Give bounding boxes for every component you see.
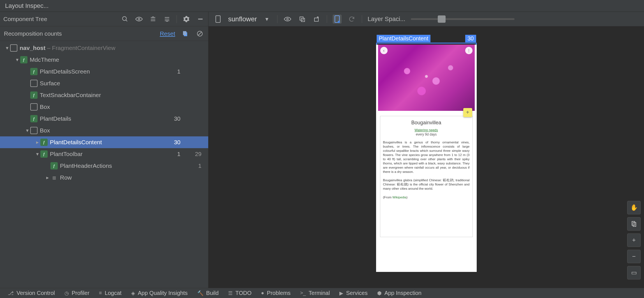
bottom-tab-build[interactable]: 🔨Build: [197, 290, 219, 296]
svg-line-1: [126, 20, 127, 21]
wikipedia-link[interactable]: Wikipedia: [392, 196, 406, 199]
bottom-tab-problems[interactable]: ●Problems: [261, 290, 290, 296]
preview-eye-icon[interactable]: [283, 15, 292, 24]
slider-label: Layer Spaci...: [368, 15, 406, 23]
svg-marker-10: [166, 21, 168, 22]
svg-rect-16: [216, 16, 220, 22]
zoom-out-icon[interactable]: −: [627, 250, 641, 263]
pan-tool-icon[interactable]: ✋: [627, 201, 641, 214]
recomp-count: [168, 162, 180, 169]
tree-row-PlantDetailsScreen[interactable]: ƒPlantDetailsScreen1: [0, 66, 208, 77]
chevron-icon[interactable]: ▾: [4, 45, 10, 51]
skip-count: 1: [189, 162, 201, 169]
plant-desc-2: Bougainvillea glabra (simplified Chinese…: [383, 178, 470, 191]
tree-node-label: Row: [60, 174, 168, 181]
tree-row-nav_host[interactable]: ▾nav_host – FragmentContainerView: [0, 42, 208, 54]
chevron-icon[interactable]: ▸: [44, 175, 50, 181]
minimize-icon[interactable]: [196, 15, 205, 24]
zoom-in-icon[interactable]: +: [627, 233, 641, 247]
device-icon[interactable]: [214, 15, 223, 24]
panel-title: Component Tree: [3, 16, 47, 22]
tree-row-PlantDetails[interactable]: ƒPlantDetails30: [0, 113, 208, 125]
chevron-icon[interactable]: ▾: [14, 57, 20, 63]
bottom-toolbar: ⎇Version Control◷Profiler≡Logcat◈App Qua…: [0, 288, 644, 298]
layer-spacing-slider[interactable]: [411, 18, 515, 20]
tree-row-PlantDetailsContent[interactable]: ▸ƒPlantDetailsContent30: [0, 136, 208, 148]
tree-row-Row[interactable]: ▸▥Row: [0, 172, 208, 184]
tree-row-MdcTheme[interactable]: ▾ƒMdcTheme: [0, 54, 208, 66]
bug-icon: ⬢: [377, 290, 382, 296]
recomposition-header: Recomposition counts Reset: [0, 26, 208, 41]
tree-row-PlantHeaderActions[interactable]: ƒPlantHeaderActions1: [0, 160, 208, 172]
preview-area[interactable]: PlantDetailsContent 30 ‹ ⋮ + Bougainvill…: [209, 26, 644, 288]
back-button[interactable]: ‹: [380, 47, 388, 54]
component-tree-header: Component Tree: [0, 12, 208, 26]
preview-float-tools: ✋ + − ▭: [627, 201, 641, 279]
chevron-down-icon[interactable]: ▾: [263, 15, 272, 24]
bottom-tab-app-quality-insights[interactable]: ◈App Quality Insights: [131, 290, 188, 296]
list-icon: ☰: [228, 290, 233, 296]
tree-row-Surface[interactable]: Surface: [0, 77, 208, 89]
bottom-tab-terminal[interactable]: >_Terminal: [300, 290, 330, 296]
chevron-icon[interactable]: ▸: [34, 139, 40, 145]
column-icon: ▥: [50, 174, 58, 181]
selection-label: PlantDetailsContent: [377, 35, 431, 42]
chevron-icon[interactable]: ▾: [24, 127, 30, 134]
title-text: Layout Inspec...: [5, 2, 48, 10]
device-frame: ‹ ⋮ + Bougainvillea Watering needs every…: [376, 45, 477, 272]
plant-detail-card: Bougainvillea Watering needs every 9d da…: [380, 116, 473, 237]
zoom-fit-icon[interactable]: ▭: [627, 266, 641, 279]
process-name[interactable]: sunflower: [228, 15, 257, 23]
skip-count: [189, 139, 201, 146]
compose-icon: ƒ: [30, 115, 38, 122]
add-fab[interactable]: +: [463, 108, 472, 117]
chevron-icon[interactable]: ▾: [34, 151, 40, 157]
skip-count: 29: [189, 151, 201, 157]
bottom-tab-label: Build: [206, 290, 219, 296]
svg-point-17: [287, 18, 288, 20]
bottom-tab-version-control[interactable]: ⎇Version Control: [8, 290, 55, 296]
export-icon[interactable]: [312, 15, 321, 24]
warn-icon: ●: [261, 290, 264, 296]
bottom-tab-todo[interactable]: ☰TODO: [228, 290, 251, 296]
tree-row-PlantToolbar[interactable]: ▾ƒPlantToolbar129: [0, 148, 208, 160]
live-updates-icon[interactable]: [333, 15, 342, 24]
branch-icon: ⎇: [8, 290, 14, 296]
bottom-tab-services[interactable]: ▶Services: [339, 290, 368, 296]
svg-point-0: [122, 17, 126, 20]
eye-icon[interactable]: [135, 15, 143, 24]
component-tree[interactable]: ▾nav_host – FragmentContainerView▾ƒMdcTh…: [0, 41, 208, 288]
skip-count: [189, 115, 201, 122]
compose-icon: ƒ: [30, 91, 38, 99]
bottom-tab-logcat[interactable]: ≡Logcat: [99, 290, 122, 296]
filter-expand-icon[interactable]: [149, 15, 157, 24]
recomp-count: 1: [168, 68, 180, 75]
compose-icon: ƒ: [20, 56, 27, 63]
bottom-tab-label: Logcat: [105, 290, 122, 296]
svg-rect-7: [165, 17, 169, 18]
disable-icon[interactable]: [195, 29, 204, 38]
refresh-icon[interactable]: [347, 15, 356, 24]
svg-line-15: [198, 32, 201, 35]
search-icon[interactable]: [121, 15, 129, 24]
overlay-icon[interactable]: [298, 15, 307, 24]
svg-rect-8: [165, 19, 169, 19]
slider-thumb[interactable]: [438, 15, 446, 23]
bottom-tab-label: Problems: [267, 290, 290, 296]
tree-row-TextSnackbarContainer[interactable]: ƒTextSnackbarContainer: [0, 89, 208, 101]
preview-panel: sunflower ▾ Layer Spaci... PlantDetailsC…: [209, 12, 644, 288]
layers-tool-icon[interactable]: [627, 217, 641, 231]
bottom-tab-profiler[interactable]: ◷Profiler: [64, 290, 89, 296]
filter-collapse-icon[interactable]: [163, 15, 172, 24]
gear-icon[interactable]: [182, 15, 191, 24]
copy-icon[interactable]: [181, 29, 190, 38]
gauge-icon: ◷: [64, 290, 69, 296]
plant-image: ‹ ⋮: [378, 45, 475, 111]
tree-row-Box[interactable]: ▾Box: [0, 125, 208, 136]
tree-node-label: Surface: [40, 80, 168, 87]
tree-node-label: Box: [40, 127, 168, 134]
bottom-tab-app-inspection[interactable]: ⬢App Inspection: [377, 290, 421, 296]
share-button[interactable]: ⋮: [465, 47, 472, 54]
reset-link[interactable]: Reset: [160, 30, 175, 37]
tree-row-Box[interactable]: Box: [0, 101, 208, 113]
